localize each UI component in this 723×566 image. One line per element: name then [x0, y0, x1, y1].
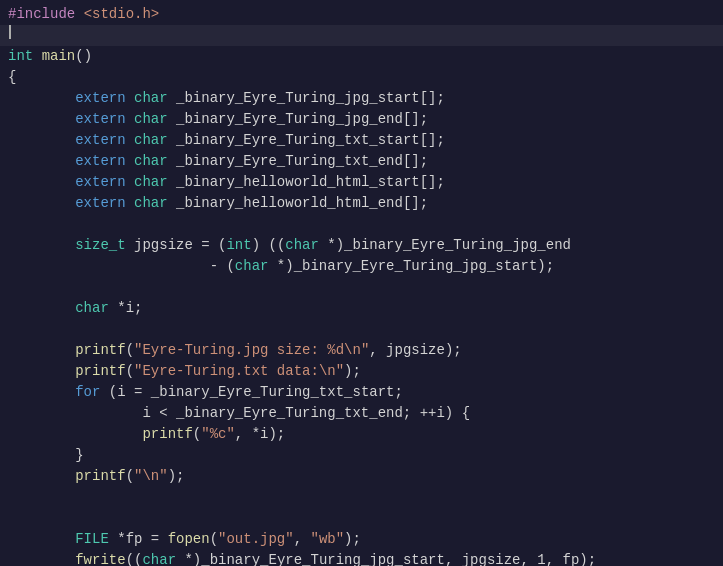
- code-token: printf: [75, 466, 125, 487]
- code-line-10: extern char _binary_helloworld_html_end[…: [0, 193, 723, 214]
- code-token: );: [168, 466, 185, 487]
- code-token: extern: [75, 172, 125, 193]
- code-token: );: [344, 529, 361, 550]
- code-token: char: [134, 88, 168, 109]
- code-token: extern: [75, 88, 125, 109]
- code-token: [8, 151, 75, 172]
- code-token: extern: [75, 193, 125, 214]
- code-token: "\n": [134, 466, 168, 487]
- code-token: [8, 361, 75, 382]
- code-token: printf: [75, 361, 125, 382]
- code-token: int: [8, 46, 33, 67]
- code-token: char: [285, 235, 319, 256]
- code-token: char: [235, 256, 269, 277]
- code-token: _binary_Eyre_Turing_txt_start[];: [168, 130, 445, 151]
- code-token: (i = _binary_Eyre_Turing_txt_start;: [100, 382, 402, 403]
- code-token: "Eyre-Turing.jpg size: %d\n": [134, 340, 369, 361]
- code-token: int: [226, 235, 251, 256]
- code-token: char: [75, 298, 109, 319]
- code-token: (: [126, 340, 134, 361]
- code-token: - (: [8, 256, 235, 277]
- code-line-13: - (char *)_binary_Eyre_Turing_jpg_start)…: [0, 256, 723, 277]
- code-line-6: extern char _binary_Eyre_Turing_jpg_end[…: [0, 109, 723, 130]
- code-token: _binary_helloworld_html_start[];: [168, 172, 445, 193]
- code-token: [126, 109, 134, 130]
- code-line-4: {: [0, 67, 723, 88]
- code-line-18: printf("Eyre-Turing.txt data:\n");: [0, 361, 723, 382]
- code-line-1: #include <stdio.h>: [0, 4, 723, 25]
- code-line-26: FILE *fp = fopen("out.jpg", "wb");: [0, 529, 723, 550]
- code-token: fwrite: [75, 550, 125, 566]
- code-line-24: [0, 487, 723, 508]
- code-token: char: [134, 130, 168, 151]
- code-token: [33, 46, 41, 67]
- code-token: fopen: [168, 529, 210, 550]
- code-token: , jpgsize);: [369, 340, 461, 361]
- code-line-3: int main(): [0, 46, 723, 67]
- code-token: (: [193, 424, 201, 445]
- code-line-11: [0, 214, 723, 235]
- code-line-16: [0, 319, 723, 340]
- code-token: char: [134, 109, 168, 130]
- code-token: printf: [142, 424, 192, 445]
- code-token: }: [8, 445, 84, 466]
- code-token: _binary_helloworld_html_end[];: [168, 193, 428, 214]
- code-token: [8, 466, 75, 487]
- code-token: *i;: [109, 298, 143, 319]
- code-token: [8, 172, 75, 193]
- code-line-25: [0, 508, 723, 529]
- code-token: _binary_Eyre_Turing_txt_end[];: [168, 151, 428, 172]
- code-line-27: fwrite((char *)_binary_Eyre_Turing_jpg_s…: [0, 550, 723, 566]
- code-line-2: [0, 25, 723, 46]
- code-line-5: extern char _binary_Eyre_Turing_jpg_star…: [0, 88, 723, 109]
- code-token: ,: [294, 529, 311, 550]
- code-token: [126, 88, 134, 109]
- code-token: jpgsize = (: [126, 235, 227, 256]
- code-token: extern: [75, 109, 125, 130]
- code-line-19: for (i = _binary_Eyre_Turing_txt_start;: [0, 382, 723, 403]
- code-token: main: [42, 46, 76, 67]
- code-token: [8, 340, 75, 361]
- code-token: [126, 151, 134, 172]
- code-token: [126, 130, 134, 151]
- code-token: (: [126, 466, 134, 487]
- text-cursor: [9, 25, 11, 39]
- code-token: *)_binary_Eyre_Turing_jpg_start);: [268, 256, 554, 277]
- code-token: [8, 550, 75, 566]
- code-token: "out.jpg": [218, 529, 294, 550]
- code-token: );: [344, 361, 361, 382]
- code-content: #include <stdio.h>int main(){ extern cha…: [0, 4, 723, 566]
- code-token: ((: [126, 550, 143, 566]
- code-token: FILE: [75, 529, 109, 550]
- code-token: *)_binary_Eyre_Turing_jpg_start, jpgsize…: [176, 550, 596, 566]
- code-token: "Eyre-Turing.txt data:\n": [134, 361, 344, 382]
- code-line-17: printf("Eyre-Turing.jpg size: %d\n", jpg…: [0, 340, 723, 361]
- code-line-7: extern char _binary_Eyre_Turing_txt_star…: [0, 130, 723, 151]
- code-token: for: [75, 382, 100, 403]
- code-token: #include: [8, 4, 84, 25]
- code-token: [8, 88, 75, 109]
- code-line-21: printf("%c", *i);: [0, 424, 723, 445]
- code-line-9: extern char _binary_helloworld_html_star…: [0, 172, 723, 193]
- code-token: {: [8, 67, 16, 88]
- code-token: [8, 193, 75, 214]
- code-token: _binary_Eyre_Turing_jpg_end[];: [168, 109, 428, 130]
- code-line-12: size_t jpgsize = (int) ((char *)_binary_…: [0, 235, 723, 256]
- code-token: _binary_Eyre_Turing_jpg_start[];: [168, 88, 445, 109]
- code-token: [8, 298, 75, 319]
- code-token: extern: [75, 130, 125, 151]
- code-token: printf: [75, 340, 125, 361]
- code-editor: #include <stdio.h>int main(){ extern cha…: [0, 0, 723, 566]
- code-token: (: [126, 361, 134, 382]
- code-token: [8, 424, 142, 445]
- code-token: [8, 382, 75, 403]
- code-token: i < _binary_Eyre_Turing_txt_end; ++i) {: [8, 403, 470, 424]
- code-line-23: printf("\n");: [0, 466, 723, 487]
- code-token: char: [134, 172, 168, 193]
- code-token: (: [210, 529, 218, 550]
- code-token: "%c": [201, 424, 235, 445]
- code-token: char: [134, 193, 168, 214]
- code-line-20: i < _binary_Eyre_Turing_txt_end; ++i) {: [0, 403, 723, 424]
- code-token: [126, 193, 134, 214]
- code-token: extern: [75, 151, 125, 172]
